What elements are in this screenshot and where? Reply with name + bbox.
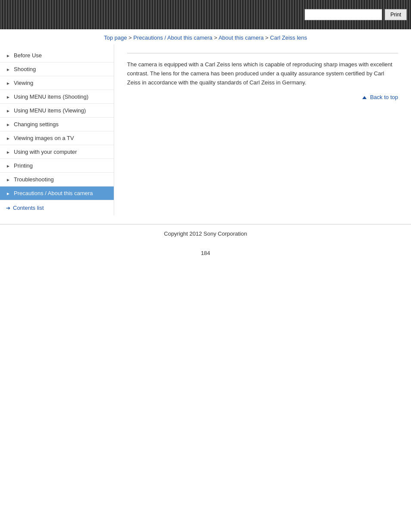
arrow-icon-troubleshooting: ► [6,177,10,182]
arrow-icon-precautions: ► [6,191,10,196]
sidebar-label-before-use: Before Use [14,52,42,59]
sidebar-item-menu-viewing[interactable]: ► Using MENU items (Viewing) [0,104,114,118]
breadcrumb-separator-1: > [128,34,133,41]
breadcrumb: Top page > Precautions / About this came… [0,29,411,44]
arrow-icon-viewing-tv: ► [6,136,10,140]
sidebar-item-before-use[interactable]: ► Before Use [0,49,114,62]
search-input[interactable] [305,9,382,20]
sidebar-item-viewing-tv[interactable]: ► Viewing images on a TV [0,131,114,145]
sidebar-item-changing-settings[interactable]: ► Changing settings [0,118,114,131]
sidebar-item-printing[interactable]: ► Printing [0,159,114,173]
back-to-top-link[interactable]: Back to top [362,94,398,100]
sidebar-label-changing-settings: Changing settings [14,121,59,128]
search-area: Print [305,9,407,20]
print-button[interactable]: Print [385,9,407,20]
sidebar-item-computer[interactable]: ► Using with your computer [0,145,114,159]
sidebar-label-viewing-tv: Viewing images on a TV [14,135,74,141]
arrow-icon-menu-shooting: ► [6,95,10,99]
back-to-top-label: Back to top [370,94,398,100]
sidebar-label-menu-shooting: Using MENU items (Shooting) [14,93,88,100]
content-area: The camera is equipped with a Carl Zeiss… [114,44,411,109]
arrow-icon-computer: ► [6,150,10,154]
sidebar-label-troubleshooting: Troubleshooting [14,176,54,183]
sidebar-label-printing: Printing [14,162,33,169]
page-number: 184 [0,241,411,265]
sidebar-item-troubleshooting[interactable]: ► Troubleshooting [0,173,114,187]
breadcrumb-about-camera[interactable]: About this camera [218,34,264,41]
sidebar-label-menu-viewing: Using MENU items (Viewing) [14,107,86,114]
arrow-icon-changing-settings: ► [6,122,10,127]
sidebar: ► Before Use ► Shooting ► Viewing ► Usin… [0,44,114,215]
sidebar-item-viewing[interactable]: ► Viewing [0,76,114,90]
contents-list-label: Contents list [13,205,44,211]
sidebar-item-precautions[interactable]: ► Precautions / About this camera [0,187,114,200]
header: Print [0,0,411,29]
sidebar-label-computer: Using with your computer [14,149,77,155]
arrow-right-icon: ➔ [6,205,10,211]
content-body: The camera is equipped with a Carl Zeiss… [127,60,398,87]
arrow-icon-menu-viewing: ► [6,109,10,113]
breadcrumb-separator-3: > [265,34,270,41]
sidebar-item-shooting[interactable]: ► Shooting [0,62,114,76]
sidebar-label-viewing: Viewing [14,80,33,86]
back-to-top-container: Back to top [127,94,398,100]
breadcrumb-separator-2: > [214,34,219,41]
arrow-icon-viewing: ► [6,81,10,85]
arrow-icon-shooting: ► [6,67,10,72]
contents-list-link[interactable]: ➔ Contents list [0,200,114,215]
back-to-top-icon [362,96,367,99]
breadcrumb-precautions[interactable]: Precautions / About this camera [134,34,213,41]
sidebar-label-shooting: Shooting [14,66,36,72]
sidebar-item-menu-shooting[interactable]: ► Using MENU items (Shooting) [0,90,114,104]
main-layout: ► Before Use ► Shooting ► Viewing ► Usin… [0,44,411,215]
page-footer: Copyright 2012 Sony Corporation [0,224,411,241]
breadcrumb-carl-zeiss[interactable]: Carl Zeiss lens [270,34,307,41]
copyright-text: Copyright 2012 Sony Corporation [164,230,247,237]
content-divider [127,53,398,53]
arrow-icon-before-use: ► [6,53,10,58]
sidebar-label-precautions: Precautions / About this camera [14,190,93,196]
arrow-icon-printing: ► [6,164,10,168]
breadcrumb-top-page[interactable]: Top page [104,34,127,41]
